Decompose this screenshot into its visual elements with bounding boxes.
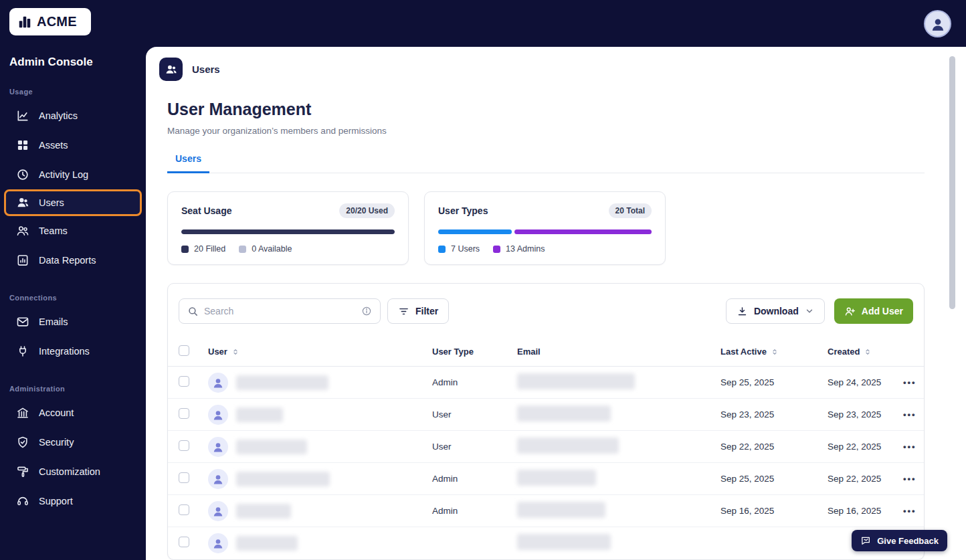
page-subtitle: Manage your organization’s members and p… <box>167 126 925 136</box>
user-avatar <box>208 533 228 553</box>
activity-log-icon <box>16 168 29 181</box>
redacted-email <box>517 534 611 550</box>
created-cell: Sep 16, 2025 <box>828 506 902 516</box>
redacted-user-name <box>236 504 291 519</box>
analytics-icon <box>16 109 29 122</box>
sort-icon <box>864 348 872 356</box>
sidebar-item-users[interactable]: Users <box>4 189 142 216</box>
row-checkbox[interactable] <box>179 376 189 387</box>
row-checkbox[interactable] <box>179 537 189 547</box>
sidebar-item-support[interactable]: Support <box>0 486 146 516</box>
table-row: Admin Sep 16, 2025 Sep 16, 2025 ••• <box>168 495 924 527</box>
created-cell: Sep 24, 2025 <box>828 377 902 387</box>
account-avatar[interactable] <box>924 10 951 37</box>
table-row: User Sep 22, 2025 Sep 22, 2025 ••• <box>168 431 924 463</box>
row-actions-button[interactable]: ••• <box>902 471 918 486</box>
avatar-person-icon <box>929 15 947 33</box>
filter-button[interactable]: Filter <box>387 298 449 324</box>
search-input[interactable] <box>204 306 356 316</box>
last-active-cell: Sep 23, 2025 <box>720 409 828 419</box>
tab-users[interactable]: Users <box>167 153 209 173</box>
select-all-checkbox[interactable] <box>179 345 189 356</box>
redacted-user-name <box>236 375 328 390</box>
sidebar-item-activity-log[interactable]: Activity Log <box>0 160 146 189</box>
brand-logo[interactable]: ACME <box>9 8 91 35</box>
row-actions-button[interactable]: ••• <box>902 439 918 454</box>
download-button[interactable]: Download <box>726 298 825 324</box>
table-body: Admin Sep 25, 2025 Sep 24, 2025 ••• User… <box>168 367 924 559</box>
sidebar-item-security[interactable]: Security <box>0 428 146 457</box>
brand-name: ACME <box>37 14 77 29</box>
add-user-button[interactable]: Add User <box>834 298 913 324</box>
sidebar-item-assets[interactable]: Assets <box>0 130 146 160</box>
filled-swatch <box>181 246 189 253</box>
chevron-down-icon <box>805 306 814 316</box>
seat-usage-card: Seat Usage 20/20 Used 20 Filled 0 Availa… <box>167 191 409 265</box>
sidebar-title: Admin Console <box>9 56 146 69</box>
table-row: Admin Sep 25, 2025 Sep 22, 2025 ••• <box>168 463 924 495</box>
seat-usage-title: Seat Usage <box>181 205 231 216</box>
account-icon <box>16 406 29 419</box>
give-feedback-button[interactable]: Give Feedback <box>852 530 947 551</box>
data-reports-icon <box>16 254 29 267</box>
row-checkbox[interactable] <box>179 408 189 419</box>
user-type-cell: Admin <box>432 506 517 516</box>
sort-icon <box>771 348 779 356</box>
sidebar-item-teams[interactable]: Teams <box>0 216 146 246</box>
assets-icon <box>16 138 29 152</box>
acme-logo-icon <box>17 15 32 29</box>
legend-users: 7 Users <box>438 244 480 254</box>
column-created[interactable]: Created <box>828 347 902 357</box>
table-row-partial <box>168 527 924 559</box>
user-avatar <box>208 373 228 393</box>
search-icon <box>187 306 199 317</box>
feedback-icon <box>860 535 871 546</box>
customization-icon <box>16 465 29 478</box>
column-last-active[interactable]: Last Active <box>720 347 828 357</box>
sidebar-item-customization[interactable]: Customization <box>0 457 146 486</box>
panel-title: Users <box>192 64 220 75</box>
user-type-cell: User <box>432 442 517 452</box>
user-avatar <box>208 501 228 521</box>
row-checkbox[interactable] <box>179 440 189 451</box>
column-email: Email <box>517 347 720 357</box>
created-cell: Sep 23, 2025 <box>828 409 902 419</box>
row-actions-button[interactable]: ••• <box>902 375 918 390</box>
search-box <box>179 298 381 324</box>
integrations-icon <box>16 345 29 358</box>
sidebar-item-analytics[interactable]: Analytics <box>0 101 146 130</box>
main-panel: Users User Management Manage your organi… <box>146 47 966 560</box>
user-types-bar <box>438 229 652 234</box>
admins-swatch <box>493 246 500 253</box>
info-icon[interactable] <box>361 306 372 316</box>
sidebar-item-account[interactable]: Account <box>0 398 146 428</box>
legend-filled: 20 Filled <box>181 244 225 254</box>
created-cell: Sep 22, 2025 <box>828 474 902 484</box>
sort-icon <box>231 348 239 356</box>
column-user[interactable]: User <box>208 347 432 357</box>
user-avatar <box>208 437 228 457</box>
last-active-cell: Sep 22, 2025 <box>720 442 828 452</box>
users-header-icon <box>159 58 183 81</box>
row-checkbox[interactable] <box>179 472 189 483</box>
user-types-badge: 20 Total <box>609 203 652 218</box>
support-icon <box>16 494 29 508</box>
row-actions-button[interactable]: ••• <box>902 407 918 422</box>
sidebar-item-integrations[interactable]: Integrations <box>0 337 146 366</box>
redacted-user-name <box>236 536 298 551</box>
panel-header: Users <box>146 47 966 90</box>
admins-bar-segment <box>514 229 652 234</box>
redacted-email <box>517 438 619 454</box>
users-icon <box>16 196 29 209</box>
legend-available: 0 Available <box>239 244 292 254</box>
seat-usage-badge: 20/20 Used <box>339 203 395 218</box>
tab-bar: Users <box>167 153 925 173</box>
vertical-scrollbar[interactable] <box>949 56 955 309</box>
user-types-title: User Types <box>438 205 488 216</box>
users-bar-segment <box>438 229 512 234</box>
sidebar-item-emails[interactable]: Emails <box>0 307 146 337</box>
row-checkbox[interactable] <box>179 504 189 515</box>
sidebar-item-data-reports[interactable]: Data Reports <box>0 246 146 275</box>
row-actions-button[interactable]: ••• <box>902 503 918 519</box>
table-row: User Sep 23, 2025 Sep 23, 2025 ••• <box>168 399 924 431</box>
